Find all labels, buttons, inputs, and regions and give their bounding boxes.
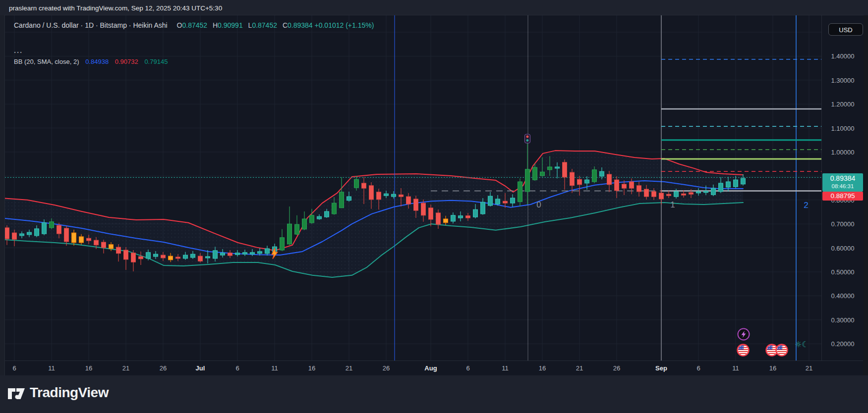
candle (94, 240, 99, 245)
bollinger-bands (5, 151, 743, 277)
candle (644, 189, 649, 197)
time-axis-label: 16 (308, 361, 315, 376)
candle (354, 179, 359, 188)
candle (161, 255, 166, 258)
candle (243, 253, 247, 254)
candle (741, 178, 746, 184)
time-axis-label: 6 (12, 361, 16, 376)
candle (325, 211, 329, 217)
candle (154, 254, 158, 257)
candle (183, 255, 188, 258)
candle (459, 216, 463, 218)
low-value: 0.87452 (252, 21, 277, 29)
time-axis-label: 6 (235, 361, 239, 376)
candle (734, 180, 738, 187)
time-axis[interactable]: 611162126Jul611162126Aug611162126Sep6111… (5, 361, 863, 376)
wave-label[interactable]: 2 (804, 201, 808, 210)
candle (585, 180, 589, 183)
candle (221, 253, 225, 255)
time-axis-label: 6 (696, 361, 700, 376)
candle (414, 199, 418, 210)
indicator-more-button[interactable]: ··· (14, 48, 23, 56)
wave-label[interactable]: 1 (670, 200, 675, 209)
candle (302, 219, 307, 229)
bb-upper-value: 0.90732 (115, 58, 138, 65)
candle (570, 172, 575, 186)
high-label: H (213, 21, 218, 29)
candle (555, 167, 560, 168)
price-levels (5, 59, 821, 191)
candle (511, 198, 515, 203)
candle (406, 197, 411, 204)
candle (563, 162, 567, 177)
candle (726, 182, 731, 187)
time-axis-label: Jul (196, 361, 205, 376)
candle (377, 192, 381, 200)
candle (525, 169, 530, 192)
candle (213, 251, 218, 258)
us-flag-event-icon (776, 345, 788, 356)
candle (102, 242, 106, 248)
tradingview-logo-icon[interactable] (7, 385, 26, 402)
bolt-circle-icon (738, 329, 750, 340)
candle (637, 186, 641, 192)
candle (124, 250, 128, 259)
candle (533, 167, 537, 180)
price-axis-label: 0.70000 (822, 220, 864, 228)
time-axis-label: 16 (769, 361, 776, 376)
time-axis-label: 21 (346, 361, 352, 376)
currency-button[interactable]: USD (828, 23, 863, 36)
candle (72, 233, 76, 243)
time-axis-label: 21 (806, 361, 812, 376)
page: { "attribution": {"text": "praslearn cre… (0, 0, 868, 413)
ohlc-values: O0.87452 H0.90991 L0.87452 C0.89384 +0.0… (174, 21, 374, 29)
candle (169, 256, 173, 260)
candle (473, 209, 478, 217)
candle (109, 245, 114, 249)
candle (198, 256, 203, 261)
candle (674, 192, 679, 197)
close-label: C (283, 21, 288, 29)
candle (288, 224, 292, 244)
tradingview-logo-text[interactable]: TradingView (30, 385, 109, 401)
time-axis-label: 11 (502, 361, 509, 376)
price-axis-label: 0.40000 (822, 292, 864, 300)
candle (719, 183, 723, 192)
candle (592, 170, 597, 182)
candle (466, 216, 470, 218)
change-value: +0.01012 (+1.15%) (315, 21, 374, 29)
current-price-value: 0.89384 (822, 174, 863, 183)
price-axis[interactable]: 0.200000.300000.400000.500000.600000.700… (821, 15, 864, 361)
time-axis-label: Sep (655, 361, 667, 376)
candle (667, 194, 671, 196)
close-value: 0.89384 (288, 21, 313, 29)
candle (689, 193, 694, 194)
candle (362, 183, 366, 188)
candle (696, 192, 701, 193)
high-value: 0.90991 (218, 21, 243, 29)
time-axis-label: 11 (271, 361, 278, 376)
candle (139, 257, 143, 259)
bb-indicator-label[interactable]: BB (20, SMA, close, 2) (14, 58, 79, 65)
price-axis-label: 1.30000 (822, 76, 864, 84)
wave-label[interactable]: 0 (536, 200, 541, 209)
symbol-title[interactable]: Cardano / U.S. dollar · 1D · Bitstamp · … (14, 21, 168, 29)
time-axis-label: 16 (539, 361, 546, 376)
attribution-text: praslearn created with TradingView.com, … (9, 4, 222, 11)
candle (622, 184, 627, 188)
candle (704, 191, 708, 193)
price-axis-label: 1.20000 (822, 101, 864, 108)
chart-plot-area[interactable]: 012☼☾ (5, 15, 821, 361)
candle (258, 252, 262, 254)
open-value: 0.87452 (182, 21, 207, 29)
price-axis-label: 0.30000 (822, 316, 864, 323)
right-edge-strip (863, 15, 868, 375)
candle (347, 197, 351, 201)
candle (5, 228, 9, 239)
candle (42, 223, 47, 234)
candle (369, 186, 374, 200)
bar-countdown: 08:46:31 (822, 183, 863, 190)
time-axis-label: 6 (466, 361, 469, 376)
candle (444, 219, 448, 223)
price-axis-label: 1.10000 (822, 124, 864, 132)
